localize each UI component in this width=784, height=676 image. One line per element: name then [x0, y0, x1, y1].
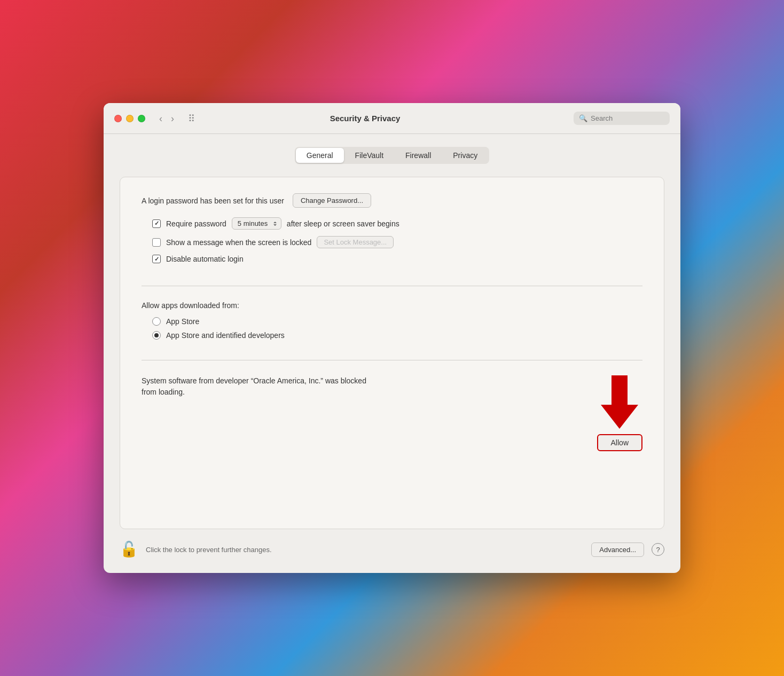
blocked-text-line1: System software from developer “Oracle A… [142, 376, 366, 385]
downloads-title: Allow apps downloaded from: [142, 301, 642, 310]
svg-marker-0 [601, 375, 638, 429]
show-message-row: Show a message when the screen is locked… [152, 236, 642, 248]
window-title: Security & Privacy [163, 114, 567, 123]
maximize-button[interactable] [138, 115, 145, 122]
search-input[interactable] [591, 114, 664, 122]
require-password-row: Require password 5 minutes after sleep o… [152, 217, 642, 230]
tab-firewall[interactable]: Firewall [395, 148, 442, 163]
content-area: General FileVault Firewall Privacy A log… [104, 134, 680, 573]
disable-login-row: Disable automatic login [152, 255, 642, 263]
tab-general[interactable]: General [296, 148, 344, 163]
set-lock-message-button[interactable]: Set Lock Message... [317, 236, 394, 248]
tab-bar: General FileVault Firewall Privacy [120, 147, 664, 164]
blocked-description: System software from developer “Oracle A… [142, 375, 366, 398]
disable-login-label: Disable automatic login [166, 255, 244, 263]
require-password-checkbox[interactable] [152, 219, 161, 228]
app-store-only-radio[interactable] [152, 317, 161, 326]
require-password-label-before: Require password [166, 219, 226, 228]
tab-privacy[interactable]: Privacy [442, 148, 488, 163]
search-box[interactable]: 🔍 [574, 112, 670, 125]
password-section: A login password has been set for this u… [142, 193, 642, 286]
tab-group: General FileVault Firewall Privacy [295, 147, 489, 164]
red-arrow-icon [598, 375, 641, 429]
search-icon: 🔍 [579, 114, 587, 122]
disable-login-checkbox[interactable] [152, 255, 161, 263]
blocked-text-line2: from loading. [142, 388, 185, 396]
close-button[interactable] [114, 115, 122, 122]
app-store-only-label: App Store [166, 317, 199, 326]
allow-area: Allow [597, 375, 642, 451]
advanced-button[interactable]: Advanced... [591, 543, 644, 557]
lock-icon[interactable]: 🔓 [120, 542, 138, 557]
show-message-checkbox[interactable] [152, 238, 161, 247]
settings-panel: A login password has been set for this u… [120, 177, 664, 529]
tab-filevault[interactable]: FileVault [344, 148, 394, 163]
titlebar: ‹ › ⠿ Security & Privacy 🔍 [104, 103, 680, 134]
app-store-identified-label: App Store and identified developers [166, 331, 285, 340]
allow-button[interactable]: Allow [597, 434, 642, 451]
app-store-identified-radio[interactable] [152, 331, 161, 340]
app-store-identified-row: App Store and identified developers [152, 331, 642, 340]
traffic-lights [114, 115, 145, 122]
lock-description: Click the lock to prevent further change… [146, 546, 584, 554]
bottom-bar: 🔓 Click the lock to prevent further chan… [120, 542, 664, 557]
change-password-button[interactable]: Change Password... [293, 193, 371, 208]
require-password-label-after: after sleep or screen saver begins [287, 219, 399, 228]
password-timeout-dropdown[interactable]: 5 minutes [232, 217, 281, 230]
downloads-section: Allow apps downloaded from: App Store Ap… [142, 301, 642, 360]
system-preferences-window: ‹ › ⠿ Security & Privacy 🔍 General FileV… [104, 103, 680, 573]
login-password-label: A login password has been set for this u… [142, 196, 284, 205]
help-button[interactable]: ? [652, 543, 664, 556]
login-password-row: A login password has been set for this u… [142, 193, 642, 208]
blocked-section: System software from developer “Oracle A… [142, 375, 642, 451]
minimize-button[interactable] [126, 115, 134, 122]
show-message-label: Show a message when the screen is locked [166, 238, 311, 247]
app-store-only-row: App Store [152, 317, 642, 326]
